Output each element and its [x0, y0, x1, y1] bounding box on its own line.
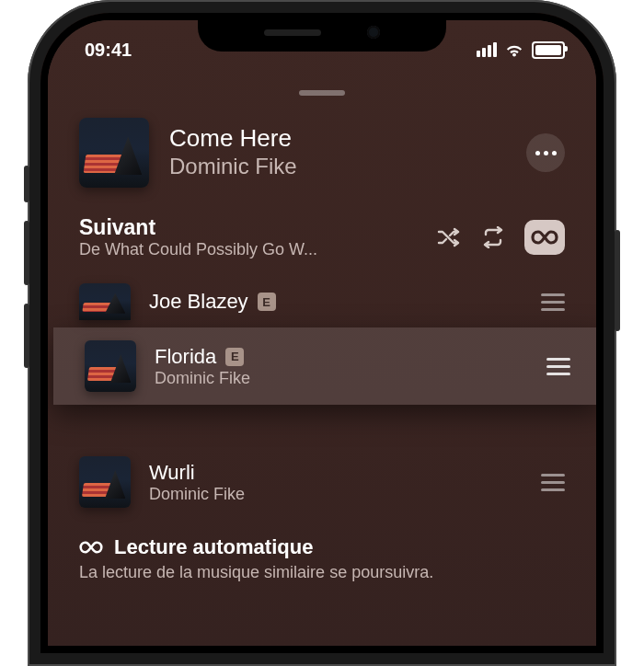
device-frame: 09:41 Come Here Dominic Fike — [28, 0, 616, 666]
explicit-badge: E — [258, 293, 276, 311]
volume-down-button — [24, 304, 29, 368]
up-next-heading: Suivant — [79, 215, 425, 240]
track-artwork — [79, 456, 131, 508]
reorder-handle-icon[interactable] — [541, 293, 565, 311]
wifi-icon — [504, 42, 524, 57]
autoplay-button[interactable] — [524, 220, 565, 255]
track-artwork — [85, 340, 136, 392]
status-time: 09:41 — [85, 40, 132, 61]
now-playing-artist: Dominic Fike — [169, 153, 506, 180]
infinity-icon — [531, 229, 558, 246]
reorder-handle-icon[interactable] — [546, 358, 570, 375]
now-playing-text[interactable]: Come Here Dominic Fike — [169, 125, 506, 180]
autoplay-heading: Lecture automatique — [114, 535, 313, 559]
up-next-header: Suivant De What Could Possibly Go W... — [48, 208, 596, 267]
now-playing-title: Come Here — [169, 125, 506, 153]
notch — [198, 13, 446, 52]
autoplay-description: La lecture de la musique similaire se po… — [79, 563, 565, 582]
track-artist: Dominic Fike — [149, 485, 523, 504]
queue-list: Joe Blazey E Florida E Dominic Fike — [48, 274, 596, 515]
infinity-icon — [79, 540, 103, 555]
status-indicators — [477, 41, 565, 59]
now-playing-header: Come Here Dominic Fike — [48, 110, 596, 208]
reorder-handle-icon[interactable] — [541, 474, 565, 491]
more-button[interactable] — [526, 133, 565, 172]
now-playing-artwork[interactable] — [79, 118, 149, 188]
repeat-button[interactable] — [480, 226, 506, 248]
screen: 09:41 Come Here Dominic Fike — [48, 20, 596, 646]
battery-icon — [532, 41, 565, 59]
volume-up-button — [24, 221, 29, 285]
explicit-badge: E — [225, 348, 244, 366]
device-bezel: 09:41 Come Here Dominic Fike — [40, 13, 604, 653]
track-artist: Dominic Fike — [155, 369, 528, 388]
autoplay-section: Lecture automatique La lecture de la mus… — [48, 515, 596, 582]
track-title: Wurli — [149, 461, 195, 485]
front-camera — [367, 26, 380, 39]
sheet-grabber[interactable] — [299, 90, 345, 96]
mute-switch — [24, 166, 29, 202]
ellipsis-icon — [535, 151, 557, 155]
queue-row-dragging[interactable]: Florida E Dominic Fike — [53, 327, 596, 405]
track-artwork — [79, 283, 131, 320]
shuffle-button[interactable] — [436, 226, 462, 248]
cellular-signal-icon — [477, 42, 497, 57]
queue-row[interactable]: Joe Blazey E — [48, 274, 596, 326]
drop-gap — [48, 407, 596, 449]
queue-row[interactable]: Wurli Dominic Fike — [48, 449, 596, 515]
track-title: Florida — [155, 345, 216, 369]
speaker-grille — [264, 29, 321, 36]
side-button — [615, 230, 620, 331]
track-title: Joe Blazey — [149, 290, 248, 314]
up-next-source: De What Could Possibly Go W... — [79, 240, 337, 259]
